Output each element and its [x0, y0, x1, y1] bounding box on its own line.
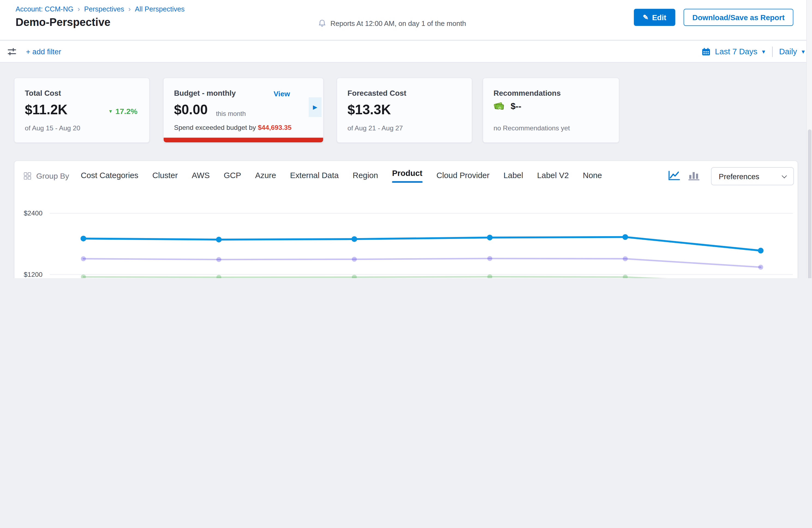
edit-button[interactable]: ✎ Edit	[634, 9, 675, 26]
preferences-dropdown[interactable]: Preferences	[711, 167, 794, 185]
tab-cluster[interactable]: Cluster	[152, 171, 178, 180]
divider	[772, 47, 772, 57]
tab-aws[interactable]: AWS	[192, 171, 210, 180]
breadcrumb: Account: CCM-NG › Perspectives › All Per…	[16, 5, 185, 13]
svg-text:$1200: $1200	[24, 271, 43, 278]
breadcrumb-perspectives[interactable]: Perspectives	[84, 5, 124, 13]
budget-view-link[interactable]: View	[274, 89, 290, 98]
group-by-tabs: Cost CategoriesClusterAWSGCPAzureExterna…	[81, 171, 602, 180]
cost-trend-line-chart[interactable]: $2400$1200$0Aug 15Aug 16Aug 17Aug 18Aug …	[20, 206, 794, 278]
bell-icon	[318, 19, 326, 27]
card-title: Total Cost	[25, 89, 61, 97]
tab-cost-categories[interactable]: Cost Categories	[81, 171, 138, 180]
budget-value-suffix: this month	[216, 110, 246, 118]
tab-cloud-provider[interactable]: Cloud Provider	[436, 171, 490, 180]
tab-external-data[interactable]: External Data	[290, 171, 338, 180]
budget-exceeded-amount: $44,693.35	[258, 124, 292, 131]
line-chart-icon[interactable]	[668, 170, 681, 180]
group-by-label: Group By	[36, 171, 69, 180]
breadcrumb-account[interactable]: Account: CCM-NG	[16, 5, 73, 13]
tab-gcp[interactable]: GCP	[224, 171, 241, 180]
top-header: Account: CCM-NG › Perspectives › All Per…	[0, 0, 812, 40]
calendar-icon	[701, 48, 710, 56]
money-icon	[494, 101, 506, 112]
caret-down-icon: ▾	[802, 48, 804, 56]
tab-azure[interactable]: Azure	[255, 171, 276, 180]
tab-none[interactable]: None	[583, 171, 602, 180]
pencil-icon: ✎	[643, 13, 649, 21]
chevron-right-icon: ›	[128, 5, 131, 13]
caret-down-icon: ▾	[762, 48, 765, 56]
download-save-report-button[interactable]: Download/Save as Report	[683, 9, 794, 26]
filter-bar: + add filter Last 7 Days ▾ Daily ▾	[0, 41, 812, 63]
scrollbar-thumb[interactable]	[808, 129, 811, 278]
budget-value: $0.00	[174, 102, 208, 118]
granularity-dropdown[interactable]: Daily	[779, 47, 797, 57]
main-panel: Group By Cost CategoriesClusterAWSGCPAzu…	[14, 160, 798, 278]
ccm-perspective-page: Account: CCM-NG › Perspectives › All Per…	[0, 0, 812, 278]
budget-alert: Spend exceeded budget by $44,693.35	[174, 124, 292, 131]
recommendations-card: Recommendations $-- no Recommendations y…	[483, 78, 619, 143]
chevron-down-icon	[782, 173, 787, 178]
card-period: of Aug 15 - Aug 20	[25, 124, 80, 132]
total-cost-value: $11.2K	[25, 102, 68, 118]
budget-progress-bar	[164, 138, 323, 142]
budget-card: Budget - monthly View $0.00 this month S…	[163, 78, 323, 143]
bar-chart-icon[interactable]	[688, 170, 700, 180]
tab-product[interactable]: Product	[392, 169, 422, 178]
card-title: Budget - monthly	[174, 89, 236, 97]
card-title: Recommendations	[494, 89, 561, 97]
card-title: Forecasted Cost	[348, 89, 407, 97]
group-by-label-block: Group By	[24, 171, 69, 180]
tab-label-v2[interactable]: Label V2	[537, 171, 569, 180]
svg-text:$2400: $2400	[24, 210, 43, 217]
reports-note: Reports At 12:00 AM, on day 1 of the mon…	[330, 19, 466, 27]
forecasted-value: $13.3K	[348, 102, 391, 118]
card-expand-arrow-button[interactable]: ▶	[308, 97, 321, 117]
tab-region[interactable]: Region	[353, 171, 378, 180]
tab-label[interactable]: Label	[504, 171, 523, 180]
filter-sliders-icon[interactable]	[8, 48, 17, 56]
forecasted-cost-card: Forecasted Cost $13.3K of Aug 21 - Aug 2…	[337, 78, 472, 143]
chart-type-toggle	[668, 170, 700, 180]
card-period: of Aug 21 - Aug 27	[348, 124, 403, 132]
page-scrollbar[interactable]	[806, 0, 812, 278]
recommendations-note: no Recommendations yet	[494, 124, 570, 132]
arrow-right-icon: ▶	[313, 104, 317, 111]
cost-delta: ▼ 17.2%	[108, 107, 137, 115]
triangle-down-icon: ▼	[108, 108, 113, 114]
total-cost-card: Total Cost $11.2K ▼ 17.2% of Aug 15 - Au…	[14, 78, 149, 143]
recommendations-value: $--	[510, 101, 521, 112]
date-range-dropdown[interactable]: Last 7 Days	[715, 47, 757, 57]
chevron-right-icon: ›	[77, 5, 80, 13]
page-title: Demo-Perspective	[16, 16, 111, 29]
grid-icon	[24, 172, 31, 179]
add-filter-button[interactable]: + add filter	[26, 41, 61, 63]
time-controls: Last 7 Days ▾ Daily ▾	[701, 41, 804, 63]
breadcrumb-all-perspectives[interactable]: All Perspectives	[135, 5, 185, 13]
reports-schedule: Reports At 12:00 AM, on day 1 of the mon…	[318, 19, 466, 27]
